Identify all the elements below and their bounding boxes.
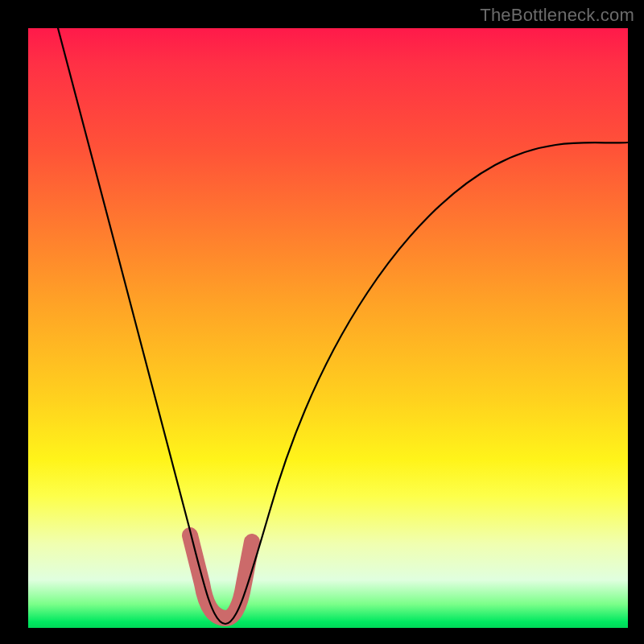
watermark-text: TheBottleneck.com [480, 5, 634, 26]
chart-frame: TheBottleneck.com [0, 0, 644, 644]
bottleneck-curve-svg [28, 28, 628, 628]
plot-area [28, 28, 628, 628]
bottleneck-curve-path [58, 28, 628, 624]
trough-marker [190, 535, 252, 618]
